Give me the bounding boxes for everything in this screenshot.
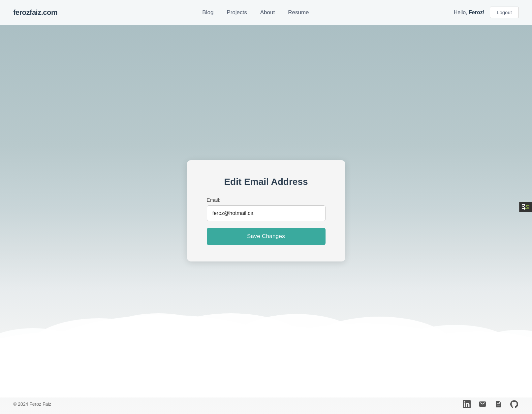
edit-email-modal: Edit Email Address Email: Save Changes	[187, 160, 345, 261]
nav-about[interactable]: About	[260, 9, 275, 16]
django-debug-toolbar[interactable]: Dj DT	[519, 202, 532, 212]
logout-button[interactable]: Logout	[490, 7, 519, 18]
navbar: ferozfaiz.com Blog Projects About Resume…	[0, 0, 532, 25]
nav-right: Hello, Feroz! Logout	[454, 7, 519, 18]
nav-links: Blog Projects About Resume	[202, 9, 309, 16]
nav-greeting: Hello, Feroz!	[454, 10, 485, 16]
footer-icons	[462, 399, 519, 409]
site-logo[interactable]: ferozfaiz.com	[13, 8, 57, 17]
email-input[interactable]	[207, 205, 326, 221]
djdt-dt-label: DT	[521, 204, 525, 210]
nav-resume[interactable]: Resume	[288, 9, 309, 16]
footer-copyright: © 2024 Feroz Faiz	[13, 401, 51, 407]
nav-projects[interactable]: Projects	[227, 9, 247, 16]
linkedin-icon[interactable]	[462, 399, 471, 409]
email-label: Email:	[207, 197, 326, 203]
nav-blog[interactable]: Blog	[202, 9, 213, 16]
document-icon[interactable]	[494, 399, 503, 409]
github-icon[interactable]	[510, 399, 519, 409]
email-icon[interactable]	[478, 399, 487, 409]
greeting-username: Feroz!	[469, 10, 485, 15]
djdt-dj-label: Dj	[525, 205, 530, 210]
main-content: Edit Email Address Email: Save Changes	[0, 25, 532, 396]
modal-title: Edit Email Address	[207, 177, 326, 187]
save-changes-button[interactable]: Save Changes	[207, 228, 326, 245]
footer: © 2024 Feroz Faiz	[0, 394, 532, 414]
